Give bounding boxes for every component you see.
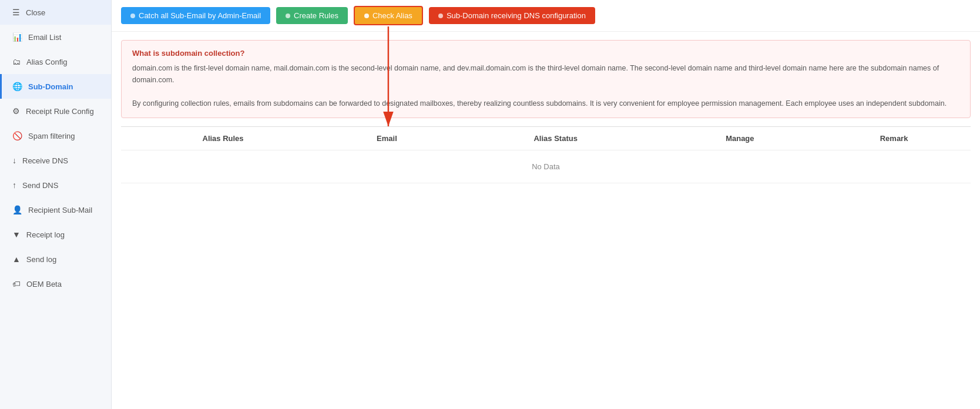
sidebar-label-send-dns: Send DNS [22,181,58,190]
sidebar-label-oem: OEM Beta [26,280,62,289]
catch-all-button[interactable]: Catch all Sub-Email by Admin-Email [121,7,270,24]
sidebar-label-spam-filtering: Spam filtering [28,132,75,140]
info-box-title: What is subdomain collection? [132,49,959,58]
subdomain-dns-label: Sub-Domain receiving DNS configuration [447,11,586,20]
check-alias-button[interactable]: Check Alias [354,6,423,25]
catch-all-dot [130,14,135,18]
sidebar-icon-recipient-sub-mail: 👤 [12,205,22,214]
sidebar-item-send-dns[interactable]: ↑Send DNS [0,173,111,197]
sidebar-item-receipt-log[interactable]: ▼Receipt log [0,222,111,247]
sidebar-item-spam-filtering[interactable]: 🚫Spam filtering [0,123,111,148]
sidebar-item-sub-domain[interactable]: 🌐Sub-Domain [0,74,111,99]
sidebar-icon-sub-domain: 🌐 [12,82,22,91]
sidebar-icon-alias-config: 🗂 [12,57,21,66]
sidebar-label-receipt-rule-config: Receipt Rule Config [26,107,94,116]
check-alias-label: Check Alias [372,11,412,20]
sidebar-label-receive-dns: Receive DNS [22,156,68,165]
alias-table: Alias RulesEmailAlias StatusManageRemark… [121,126,971,183]
subdomain-dns-button[interactable]: Sub-Domain receiving DNS configuration [429,7,595,24]
sidebar-icon-receipt-log: ▼ [12,230,21,239]
sidebar-item-send-log[interactable]: ▲Send log [0,247,111,271]
sidebar-icon-receipt-rule-config: ⚙ [12,106,20,116]
sidebar: ☰Close📊Email List🗂Alias Config🌐Sub-Domai… [0,0,112,409]
create-rules-label: Create Rules [294,11,338,20]
sidebar-icon-close: ☰ [12,8,20,17]
sidebar-item-recipient-sub-mail[interactable]: 👤Recipient Sub-Mail [0,197,111,222]
sidebar-label-receipt-log: Receipt log [26,230,65,239]
sidebar-icon-spam-filtering: 🚫 [12,131,22,140]
sidebar-label-close: Close [26,8,45,17]
sidebar-item-receipt-rule-config[interactable]: ⚙Receipt Rule Config [0,99,111,123]
sidebar-icon-email-list: 📊 [12,32,22,42]
sidebar-icon-receive-dns: ↓ [12,156,16,165]
sidebar-item-email-list[interactable]: 📊Email List [0,25,111,49]
sidebar-icon-send-log: ▲ [12,254,21,264]
toolbar: Catch all Sub-Email by Admin-Email Creat… [112,0,980,32]
col-header-alias-status: Alias Status [449,127,663,150]
col-header-alias-rules: Alias Rules [121,127,325,150]
sidebar-item-alias-config[interactable]: 🗂Alias Config [0,49,111,74]
col-header-email: Email [325,127,449,150]
info-box: What is subdomain collection? domain.com… [121,40,971,118]
sidebar-icon-oem: 🏷 [12,279,21,289]
col-header-remark: Remark [817,127,971,150]
sidebar-item-oem[interactable]: 🏷OEM Beta [0,271,111,296]
table-header: Alias RulesEmailAlias StatusManageRemark [121,127,971,150]
sidebar-label-alias-config: Alias Config [26,58,67,66]
col-header-manage: Manage [663,127,818,150]
info-box-paragraph1: domain.com is the first-level domain nam… [132,62,959,109]
main-content: Catch all Sub-Email by Admin-Email Creat… [112,0,980,409]
check-alias-dot [364,14,369,18]
table-body: No Data [121,150,971,183]
table-area: Alias RulesEmailAlias StatusManageRemark… [121,126,971,409]
sidebar-item-receive-dns[interactable]: ↓Receive DNS [0,148,111,173]
sidebar-item-close[interactable]: ☰Close [0,0,111,25]
sidebar-icon-send-dns: ↑ [12,180,16,190]
no-data-row: No Data [121,150,971,183]
create-rules-button[interactable]: Create Rules [276,7,348,24]
subdomain-dns-dot [438,14,443,18]
sidebar-label-sub-domain: Sub-Domain [28,82,73,91]
sidebar-label-send-log: Send log [26,255,56,264]
sidebar-label-email-list: Email List [28,33,61,42]
sidebar-label-recipient-sub-mail: Recipient Sub-Mail [28,206,92,214]
create-rules-dot [286,14,290,18]
no-data-cell: No Data [121,150,971,183]
catch-all-label: Catch all Sub-Email by Admin-Email [139,11,261,20]
